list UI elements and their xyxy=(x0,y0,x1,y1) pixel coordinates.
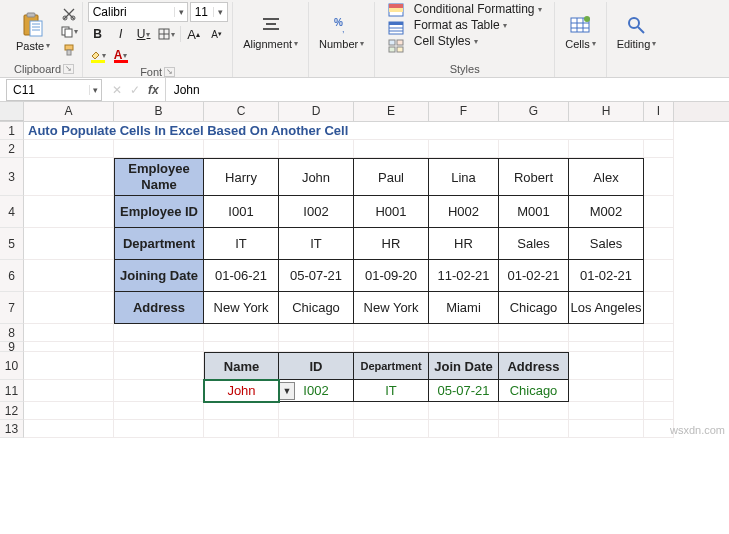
table2-header[interactable]: Address xyxy=(499,352,569,380)
table1-cell[interactable]: IT xyxy=(279,228,354,260)
cell[interactable] xyxy=(114,420,204,438)
cell[interactable] xyxy=(499,420,569,438)
table1-cell[interactable]: Harry xyxy=(204,158,279,196)
table2-header[interactable]: Join Date xyxy=(429,352,499,380)
cell[interactable] xyxy=(24,352,114,380)
table1-cell[interactable]: M002 xyxy=(569,196,644,228)
border-button[interactable]: ▾ xyxy=(157,25,177,43)
cell[interactable] xyxy=(24,292,114,324)
col-header[interactable]: I xyxy=(644,102,674,121)
cell[interactable] xyxy=(114,352,204,380)
italic-button[interactable]: I xyxy=(111,25,131,43)
fill-color-button[interactable]: ▾ xyxy=(88,46,108,64)
cell[interactable] xyxy=(24,380,114,402)
table1-cell[interactable]: Robert xyxy=(499,158,569,196)
row-header[interactable]: 11 xyxy=(0,380,24,402)
cell[interactable] xyxy=(354,342,429,352)
table1-rowheader[interactable]: Address xyxy=(114,292,204,324)
table2-header[interactable]: ID xyxy=(279,352,354,380)
underline-button[interactable]: U▾ xyxy=(134,25,154,43)
formula-input[interactable] xyxy=(165,78,729,101)
table1-cell[interactable]: I002 xyxy=(279,196,354,228)
font-name-input[interactable] xyxy=(89,5,175,19)
cell[interactable] xyxy=(644,380,674,402)
cond-format-button[interactable]: Conditional Formatting ▾ xyxy=(412,2,544,16)
cell[interactable] xyxy=(114,402,204,420)
cell[interactable] xyxy=(279,140,354,158)
table1-cell[interactable]: Miami xyxy=(429,292,499,324)
cell[interactable] xyxy=(644,260,674,292)
cell[interactable] xyxy=(354,420,429,438)
chevron-down-icon[interactable]: ▾ xyxy=(213,7,227,17)
cell[interactable] xyxy=(279,402,354,420)
cell[interactable] xyxy=(354,324,429,342)
paste-button[interactable]: Paste▾ xyxy=(10,10,56,54)
cell[interactable] xyxy=(24,402,114,420)
cell[interactable] xyxy=(569,380,644,402)
cell[interactable] xyxy=(24,324,114,342)
row-header[interactable]: 12 xyxy=(0,402,24,420)
row-header[interactable]: 2 xyxy=(0,140,24,158)
cell[interactable] xyxy=(429,140,499,158)
col-header[interactable]: E xyxy=(354,102,429,121)
table1-cell[interactable]: Alex xyxy=(569,158,644,196)
table2-value-join[interactable]: 05-07-21 xyxy=(429,380,499,402)
font-launcher[interactable]: ↘ xyxy=(164,67,175,77)
cell[interactable] xyxy=(24,420,114,438)
font-name-combo[interactable]: ▾ xyxy=(88,2,188,22)
cell[interactable] xyxy=(644,402,674,420)
cell[interactable] xyxy=(24,228,114,260)
row-header[interactable]: 6 xyxy=(0,260,24,292)
col-header[interactable]: A xyxy=(24,102,114,121)
row-header[interactable]: 10 xyxy=(0,352,24,380)
cell[interactable] xyxy=(644,140,674,158)
grow-font-button[interactable]: A▴ xyxy=(184,25,204,43)
table1-cell[interactable]: John xyxy=(279,158,354,196)
fx-icon[interactable]: fx xyxy=(148,83,159,97)
cell[interactable] xyxy=(429,324,499,342)
table1-cell[interactable]: New York xyxy=(354,292,429,324)
col-header[interactable]: H xyxy=(569,102,644,121)
cell[interactable] xyxy=(569,324,644,342)
cell[interactable] xyxy=(24,158,114,196)
cell[interactable] xyxy=(644,158,674,196)
row-header[interactable]: 5 xyxy=(0,228,24,260)
table1-cell[interactable]: Paul xyxy=(354,158,429,196)
cell[interactable] xyxy=(569,352,644,380)
font-color-button[interactable]: A ▾ xyxy=(111,46,131,64)
cell[interactable] xyxy=(499,402,569,420)
cell[interactable] xyxy=(569,402,644,420)
cell[interactable] xyxy=(204,140,279,158)
table1-cell[interactable]: HR xyxy=(429,228,499,260)
bold-button[interactable]: B xyxy=(88,25,108,43)
table1-cell[interactable]: 01-02-21 xyxy=(569,260,644,292)
name-box[interactable]: ▾ xyxy=(6,79,102,101)
row-header[interactable]: 1 xyxy=(0,122,24,140)
table1-cell[interactable]: I001 xyxy=(204,196,279,228)
table1-cell[interactable]: New York xyxy=(204,292,279,324)
table1-rowheader[interactable]: Joining Date xyxy=(114,260,204,292)
table1-cell[interactable]: M001 xyxy=(499,196,569,228)
table1-rowheader[interactable]: Employee Name xyxy=(114,158,204,196)
table1-cell[interactable]: H002 xyxy=(429,196,499,228)
row-header[interactable]: 13 xyxy=(0,420,24,438)
table2-header[interactable]: Name xyxy=(204,352,279,380)
cell[interactable] xyxy=(204,420,279,438)
cell[interactable] xyxy=(429,342,499,352)
cell[interactable] xyxy=(354,140,429,158)
cell[interactable] xyxy=(644,352,674,380)
cells-button[interactable]: Cells▾ xyxy=(559,12,601,52)
chevron-down-icon[interactable]: ▾ xyxy=(174,7,186,17)
cell[interactable] xyxy=(429,420,499,438)
cancel-icon[interactable]: ✕ xyxy=(112,83,122,97)
cell-styles-button[interactable]: Cell Styles ▾ xyxy=(412,34,544,48)
cell[interactable] xyxy=(24,140,114,158)
font-size-combo[interactable]: ▾ xyxy=(190,2,228,22)
table1-cell[interactable]: 01-09-20 xyxy=(354,260,429,292)
col-header[interactable]: C xyxy=(204,102,279,121)
cell[interactable] xyxy=(644,342,674,352)
cell[interactable] xyxy=(644,292,674,324)
cell[interactable] xyxy=(569,342,644,352)
row-header[interactable]: 7 xyxy=(0,292,24,324)
cell[interactable] xyxy=(279,324,354,342)
